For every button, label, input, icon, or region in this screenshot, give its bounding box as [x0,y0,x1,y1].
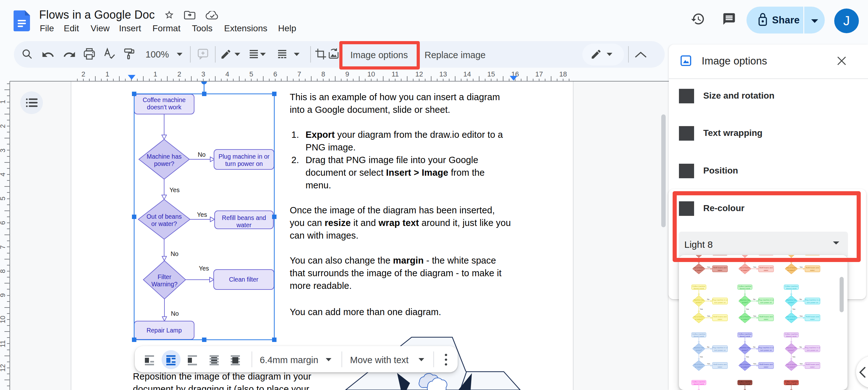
svg-text:doesn't work: doesn't work [694,335,704,337]
svg-text:doesn't work: doesn't work [694,287,704,289]
svg-text:turn power on: turn power on [761,349,772,351]
svg-text:or water?: or water? [741,318,749,320]
svg-text:power?: power? [154,160,174,167]
svg-text:turn power on: turn power on [714,302,726,303]
svg-text:Machine has: Machine has [147,153,182,160]
svg-text:Yes: Yes [707,266,710,268]
svg-text:Refill beans and: Refill beans and [713,363,726,365]
svg-text:Coffee machine: Coffee machine [692,285,706,287]
svg-text:water: water [764,366,768,368]
svg-text:Yes: Yes [169,187,180,193]
svg-text:Machine has: Machine has [786,347,796,349]
svg-text:water: water [717,269,722,271]
svg-text:turn power on: turn power on [225,160,262,167]
svg-text:Yes: Yes [700,356,703,358]
svg-text:Warning?: Warning? [152,281,178,287]
svg-text:Repair Lamp: Repair Lamp [147,327,182,334]
svg-text:Plug machine in or: Plug machine in or [805,299,820,301]
svg-text:water: water [236,222,252,228]
svg-text:No: No [800,298,802,300]
svg-text:doesn't work: doesn't work [786,383,797,385]
svg-text:power?: power? [696,349,702,351]
svg-text:doesn't work: doesn't work [694,383,704,385]
svg-text:or water?: or water? [787,269,796,271]
svg-text:Plug machine in or: Plug machine in or [805,347,820,349]
svg-text:or water?: or water? [151,220,177,227]
svg-text:water: water [810,269,815,271]
svg-text:Yes: Yes [197,211,207,218]
svg-text:Yes: Yes [707,363,710,365]
svg-text:Coffee machine: Coffee machine [692,333,706,335]
svg-text:No: No [171,250,179,257]
svg-text:or water?: or water? [741,366,749,368]
svg-text:water: water [764,269,768,271]
svg-text:water: water [764,318,768,320]
svg-text:Coffee machine: Coffee machine [738,333,751,335]
svg-text:Refill beans and: Refill beans and [713,267,726,269]
svg-text:power?: power? [742,302,748,303]
svg-text:turn power on: turn power on [761,302,772,303]
svg-text:Clean filter: Clean filter [229,276,258,283]
svg-text:doesn't work: doesn't work [147,104,182,111]
svg-text:Plug machine in or: Plug machine in or [758,299,774,301]
svg-text:Out of beans: Out of beans [786,363,797,365]
svg-text:Machine has: Machine has [786,299,796,301]
svg-text:Out of beans: Out of beans [693,267,704,269]
svg-text:Yes: Yes [199,265,209,272]
svg-text:Yes: Yes [792,356,796,358]
svg-text:or water?: or water? [787,318,796,320]
svg-text:Yes: Yes [800,315,803,317]
svg-text:Out of beans: Out of beans [786,316,797,317]
svg-text:doesn't work: doesn't work [786,335,797,337]
svg-text:Out of beans: Out of beans [740,267,750,269]
svg-text:No: No [707,346,710,348]
svg-text:Refill beans and: Refill beans and [806,316,819,317]
svg-text:Coffee machine: Coffee machine [738,381,751,383]
svg-text:doesn't work: doesn't work [740,383,750,385]
svg-text:power?: power? [788,302,795,303]
svg-text:Coffee machine: Coffee machine [785,333,798,335]
svg-text:Out of beans: Out of beans [147,213,182,220]
svg-text:Refill beans and: Refill beans and [760,316,773,317]
svg-text:Refill beans and: Refill beans and [713,316,726,317]
svg-text:No: No [753,346,756,348]
svg-text:Refill beans and: Refill beans and [760,267,773,269]
svg-text:Coffee machine: Coffee machine [785,381,798,383]
svg-text:Machine has: Machine has [740,347,750,349]
svg-text:turn power on: turn power on [807,349,818,351]
svg-text:Yes: Yes [753,363,756,365]
svg-text:Yes: Yes [800,266,803,268]
svg-text:Plug machine in or: Plug machine in or [712,299,728,301]
svg-text:Coffee machine: Coffee machine [692,381,706,383]
svg-text:Coffee machine: Coffee machine [738,285,751,287]
svg-text:or water?: or water? [695,318,703,320]
svg-text:Yes: Yes [700,308,703,310]
svg-text:Yes: Yes [707,315,710,317]
svg-text:Refill beans and: Refill beans and [806,363,819,365]
svg-text:Coffee machine: Coffee machine [785,285,798,287]
svg-text:Out of beans: Out of beans [693,316,704,317]
svg-text:Refill beans and: Refill beans and [222,214,266,221]
svg-text:Plug machine in or: Plug machine in or [218,153,270,160]
svg-text:Coffee machine: Coffee machine [143,96,186,103]
svg-text:or water?: or water? [741,269,749,271]
svg-text:Refill beans and: Refill beans and [806,267,819,269]
svg-text:Machine has: Machine has [693,347,704,349]
svg-text:Machine has: Machine has [693,299,704,301]
svg-text:power?: power? [788,349,795,351]
svg-text:water: water [810,318,815,320]
svg-text:water: water [717,366,722,368]
svg-text:Out of beans: Out of beans [693,363,704,365]
svg-text:or water?: or water? [787,366,796,368]
svg-text:Yes: Yes [792,308,796,310]
svg-text:No: No [707,298,710,300]
svg-text:power?: power? [696,302,702,303]
svg-text:power?: power? [742,349,748,351]
svg-text:No: No [171,310,179,317]
svg-text:Plug machine in or: Plug machine in or [712,347,728,349]
svg-text:Yes: Yes [746,308,749,310]
svg-text:No: No [800,346,802,348]
svg-text:Machine has: Machine has [740,299,750,301]
svg-text:doesn't work: doesn't work [740,287,750,289]
svg-text:Out of beans: Out of beans [786,267,797,269]
